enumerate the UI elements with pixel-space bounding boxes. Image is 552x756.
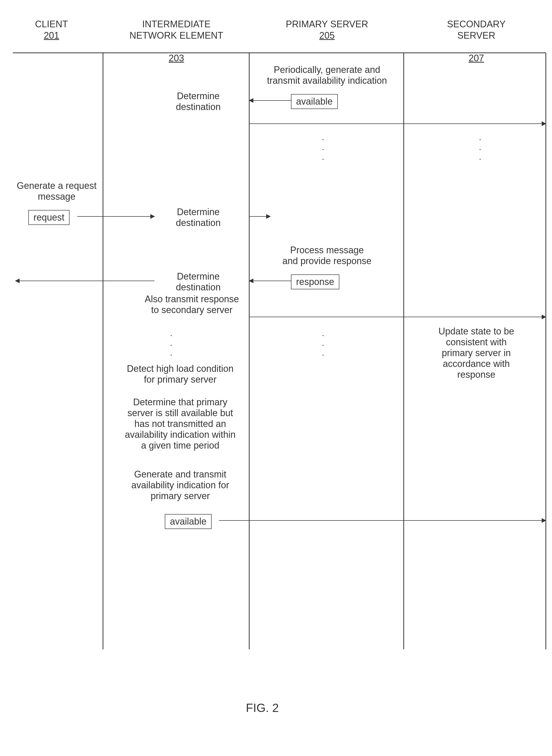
text-gen-request: Generate a request message — [10, 180, 103, 202]
text-process-msg: Process message and provide response — [261, 245, 393, 266]
ellipsis-4: · · · — [322, 330, 324, 359]
text-periodic: Periodically, generate and transmit avai… — [259, 65, 395, 86]
box-available-1: available — [291, 94, 338, 109]
text-also-transmit: Also transmit response to secondary serv… — [136, 294, 247, 315]
text-det-dest-3: Determine destination — [160, 271, 237, 293]
text-det-dest-2: Determine destination — [160, 207, 237, 228]
figure-label: FIG. 2 — [246, 701, 279, 715]
text-determine-avail: Determine that primary server is still a… — [116, 397, 245, 451]
text-update-state: Update state to be consistent with prima… — [412, 326, 541, 380]
ellipsis-2: · · · — [479, 134, 481, 164]
box-available-2: available — [165, 514, 212, 529]
box-request: request — [28, 210, 70, 225]
ellipsis-1: · · · — [322, 134, 324, 164]
box-response: response — [291, 275, 339, 289]
text-gen-avail: Generate and transmit availability indic… — [121, 469, 240, 502]
ellipsis-3: · · · — [170, 330, 172, 359]
text-detect-load: Detect high load condition for primary s… — [118, 363, 242, 385]
text-det-dest-1: Determine destination — [160, 91, 237, 112]
sequence-diagram: CLIENT 201 INTERMEDIATE NETWORK ELEMENT … — [0, 0, 552, 756]
